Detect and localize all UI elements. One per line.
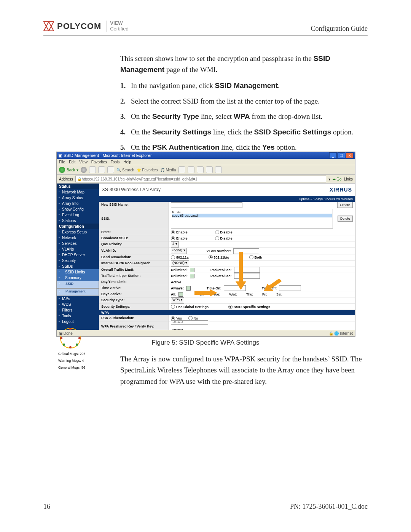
input-vlan-number[interactable] (233, 248, 259, 254)
input-psk-key[interactable] (171, 320, 208, 325)
brand-sub1: VIEW (110, 21, 128, 26)
nav-ssid-summary[interactable]: Summary (57, 275, 99, 281)
nav-express-setup[interactable]: Express Setup (57, 229, 99, 235)
nav-ssid-ssid[interactable]: SSID (57, 281, 99, 288)
nav-config-header: Configuration (57, 224, 99, 229)
menu-view[interactable]: View (79, 160, 88, 164)
menu-help[interactable]: Help (123, 160, 131, 164)
chk-all-days[interactable] (178, 292, 183, 297)
menu-bar: File Edit View Favorites Tools Help (57, 159, 355, 165)
radio-psk-yes[interactable]: Yes (171, 316, 182, 320)
input-time-on[interactable] (224, 285, 246, 291)
nav-array-status[interactable]: Array Status (57, 195, 99, 201)
nav-iaps[interactable]: IAPs (57, 296, 99, 302)
screenshot-ie-window: ▣ SSID Management - Microsoft Internet E… (56, 152, 355, 337)
window-restore-button[interactable]: ❐ (338, 152, 345, 158)
nav-vlans[interactable]: VLANs (57, 246, 99, 252)
delete-button[interactable]: Delete (338, 216, 353, 222)
nav-ssid-limits[interactable]: SSID Limits (57, 269, 99, 275)
print-icon[interactable] (197, 166, 204, 173)
radio-ssid-specific[interactable]: SSID Specific Settings (228, 305, 270, 309)
nav-event-log[interactable]: Event Log (57, 212, 99, 218)
nav-network[interactable]: Network (57, 235, 99, 241)
ie-page-icon: ▣ (58, 153, 62, 158)
radio-bcast-enable[interactable]: Enable (171, 236, 188, 240)
radio-state-enable[interactable]: Enable (171, 230, 188, 234)
nav-dhcp[interactable]: DHCP Server (57, 252, 99, 258)
chk-always[interactable] (186, 286, 191, 291)
back-button[interactable]: Back ▾ (59, 167, 78, 173)
radio-band-both[interactable]: Both (249, 255, 263, 259)
select-dhcp[interactable]: (NONE) ▾ (171, 260, 189, 267)
polycom-logo-icon (43, 21, 54, 31)
uptime-bar: Uptime - 0 days 3 hours 20 minutes (99, 197, 355, 202)
warning-msgs: Warning Msgs: 4 (57, 358, 99, 363)
radio-state-disable[interactable]: Disable (215, 230, 233, 234)
input-new-ssid[interactable] (171, 202, 242, 208)
lbl-dhcp: Internal DHCP Pool Assigned: (99, 260, 169, 267)
favorites-button[interactable]: ⭐ Favorites (137, 168, 158, 172)
nav-tools[interactable]: Tools (57, 313, 99, 319)
lbl-vlan-number: VLAN Number: (207, 249, 231, 253)
select-vlan[interactable]: (none) ▾ (171, 248, 187, 254)
mail-icon[interactable] (188, 166, 194, 173)
discuss-icon[interactable] (215, 166, 222, 173)
input-tlps-pps[interactable] (234, 273, 260, 279)
nav-services[interactable]: Services (57, 241, 99, 246)
nav-filters[interactable]: Filters (57, 307, 99, 313)
edit-icon[interactable] (206, 166, 213, 173)
menu-edit[interactable]: Edit (69, 160, 75, 164)
general-msgs: General Msgs: 56 (57, 365, 99, 370)
menu-fav[interactable]: Favorites (91, 160, 107, 164)
window-minimize-button[interactable]: _ (329, 152, 337, 158)
select-security-type[interactable]: WPA ▾ (171, 297, 184, 304)
main-title: XS-3900 Wireless LAN Array (102, 187, 161, 192)
chk-tlps-unl[interactable] (190, 274, 194, 278)
lbl-sectype: Security Type: (99, 297, 169, 304)
radio-global-settings[interactable]: Use Global Settings (171, 305, 209, 309)
main-panel: XS-3900 Wireless LAN Array XIRRUS Uptime… (99, 184, 355, 331)
nav-logout[interactable]: Logout (57, 319, 99, 324)
chk-otl-unl[interactable] (190, 268, 194, 272)
forward-button[interactable] (81, 167, 87, 173)
address-input[interactable]: 🔒 https://192.168.39.161/cgi-bin/ViewPag… (75, 176, 326, 182)
input-otl-pps[interactable] (234, 267, 260, 273)
critical-msgs: Critical Msgs: 205 (57, 351, 99, 356)
media-button[interactable]: 🎵 Media (160, 168, 176, 172)
window-close-button[interactable]: ✕ (346, 152, 354, 158)
ssid-listbox[interactable]: xirrusspec (Broadcast) (171, 209, 333, 228)
radio-band-bg[interactable]: 802.11b/g (209, 255, 229, 259)
lbl-qos: QoS Priority: (99, 241, 169, 248)
step-3: 3.On the Security Type line, select WPA … (131, 111, 368, 122)
home-icon[interactable] (107, 166, 114, 173)
refresh-icon[interactable] (98, 166, 105, 173)
menu-tools[interactable]: Tools (111, 160, 119, 164)
back-arrow-icon (59, 167, 65, 173)
page-footer: 16 PN: 1725-36061-001_C.doc (43, 503, 368, 511)
radio-bcast-disable[interactable]: Disable (215, 236, 233, 240)
nav-ssid-mgmt[interactable]: Management (57, 288, 99, 296)
radio-psk-no[interactable]: No (188, 316, 198, 320)
nav-array-info[interactable]: Array Info (57, 201, 99, 206)
nav-wds[interactable]: WDS (57, 302, 99, 307)
history-icon[interactable] (178, 166, 185, 173)
radio-band-a[interactable]: 802.11a (171, 255, 189, 259)
status-internet-zone: 🔒 🌐 Internet (329, 331, 353, 335)
nav-show-config[interactable]: Show Config (57, 206, 99, 212)
brand-text: POLYCOM (57, 21, 101, 31)
select-qos[interactable]: 2 ▾ (171, 241, 179, 248)
nav-ssids[interactable]: SSIDs (57, 264, 99, 269)
menu-file[interactable]: File (59, 160, 65, 164)
lbl-new-ssid: New SSID Name: (99, 202, 169, 208)
svg-marker-0 (44, 22, 54, 31)
nav-stations[interactable]: Stations (57, 218, 99, 224)
create-button[interactable]: Create (337, 202, 353, 208)
input-time-off[interactable] (279, 285, 301, 291)
lbl-bcast: Broadcast SSID: (99, 235, 169, 241)
go-button[interactable]: ➡ Go (333, 177, 342, 181)
search-button[interactable]: 🔍 Search (116, 168, 134, 172)
doc-partnumber: PN: 1725-36061-001_C.doc (290, 503, 368, 511)
nav-security[interactable]: Security (57, 258, 99, 264)
stop-icon[interactable] (89, 166, 96, 173)
nav-network-map[interactable]: Network Map (57, 189, 99, 195)
